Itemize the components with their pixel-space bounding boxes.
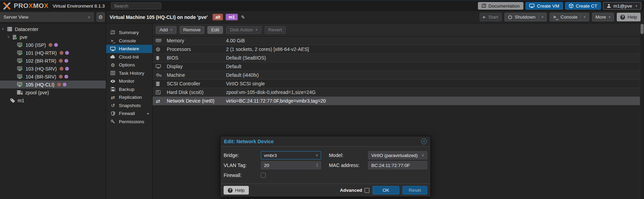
reset-button[interactable]: Reset (402, 186, 427, 195)
vertical-scrollbar[interactable] (640, 23, 644, 199)
create-vm-button[interactable]: Create VM (525, 2, 563, 10)
chevron-down-icon[interactable] (316, 154, 318, 157)
table-row-display[interactable]: Display Default (153, 62, 644, 71)
firewall-checkbox[interactable] (261, 173, 266, 178)
bridge-combo[interactable]: vmbr3 (261, 151, 321, 159)
tab-backup[interactable]: Backup (106, 85, 152, 94)
row-label: Processors (167, 46, 226, 52)
sidebar-item-zpool[interactable]: zpool (pve) (0, 88, 106, 96)
add-button[interactable]: Add (156, 26, 176, 34)
table-row-memory[interactable]: Memory 4.00 GiB (153, 36, 644, 45)
search-input[interactable] (111, 2, 161, 9)
bridge-value: vmbr3 (264, 153, 277, 158)
tag-dot-m1 (65, 67, 69, 71)
disk-action-button[interactable]: Disk Action (226, 26, 261, 34)
help-button[interactable]: Help (617, 13, 641, 21)
tab-summary[interactable]: Summary (106, 29, 152, 37)
model-label: Model: (329, 153, 368, 158)
edit-network-device-dialog: Edit: Network Device Bridge: vmbr3 Model… (220, 136, 431, 197)
tab-label: Permissions (119, 119, 144, 124)
sidebar-item-vm-100[interactable]: 100 (ISP) (0, 41, 106, 49)
mac-input[interactable]: BC:24:11:72:77:0F (368, 161, 427, 169)
dialog-header[interactable]: Edit: Network Device (221, 136, 430, 147)
chevron-down-icon[interactable] (422, 154, 424, 157)
brand-wordmark: PROXMOX (14, 2, 49, 10)
tab-label: Replication (119, 95, 142, 100)
sidebar-item-vm-105[interactable]: 105 (HQ-CLI) (0, 81, 106, 88)
ok-button[interactable]: OK (372, 186, 399, 195)
console-label: Console (561, 14, 578, 20)
my-settings-button[interactable] (96, 12, 105, 22)
vm-icon (17, 66, 23, 71)
sidebar-item-pve[interactable]: pve (0, 33, 106, 41)
model-combo[interactable]: VirtIO (paravirtualized) (368, 151, 427, 159)
scrollbar-thumb[interactable] (641, 24, 644, 34)
row-value: Default (SeaBIOS) (226, 55, 266, 61)
edit-tags-pencil-icon[interactable] (241, 15, 245, 20)
tab-label: Hardware (119, 46, 139, 51)
expander-icon[interactable] (7, 35, 12, 39)
table-row-scsi-controller[interactable]: SCSI Controller VirtIO SCSI single (153, 80, 644, 88)
model-value: VirtIO (paravirtualized) (371, 153, 418, 158)
edit-button[interactable]: Edit (207, 26, 223, 34)
dialog-footer: Help Advanced OK Reset (221, 184, 430, 197)
tree-item-label: m1 (18, 98, 24, 103)
table-row-network-device[interactable]: Network Device (net0) virtio=BC:24:11:72… (153, 97, 644, 105)
user-icon (607, 4, 611, 8)
close-icon[interactable] (421, 138, 427, 144)
tab-monitor[interactable]: Monitor (106, 77, 152, 85)
console-button[interactable]: Console (550, 13, 589, 21)
table-row-processors[interactable]: Processors 2 (1 sockets, 2 cores) [x86-6… (153, 45, 644, 54)
sidebar-item-vm-101[interactable]: 101 (HQ-RTR) (0, 49, 106, 57)
chevron-down-icon[interactable] (541, 15, 544, 19)
button-divider (580, 14, 581, 20)
vlan-label: VLAN Tag: (224, 163, 261, 168)
documentation-button[interactable]: Documentation (478, 2, 524, 10)
create-ct-button[interactable]: Create CT (565, 2, 601, 10)
tab-console[interactable]: Console (106, 37, 152, 45)
sidebar-item-datacenter[interactable]: Datacenter (0, 25, 106, 33)
user-menu-button[interactable]: m1@pve (603, 2, 641, 10)
vm-icon (17, 51, 23, 55)
tag-dot-alt (59, 75, 63, 78)
tab-hardware[interactable]: Hardware (106, 45, 152, 53)
tab-permissions[interactable]: Permissions (106, 118, 152, 126)
dialog-help-button[interactable]: Help (224, 186, 249, 195)
documentation-label: Documentation (489, 3, 520, 9)
table-row-machine[interactable]: Machine Default (i440fx) (153, 71, 644, 80)
chevron-down-icon[interactable] (583, 15, 586, 19)
view-selector[interactable]: Server View (0, 12, 94, 22)
expander-icon[interactable] (2, 28, 7, 31)
gear-icon (98, 14, 103, 20)
scsi-icon (156, 82, 167, 86)
vlan-value: 20 (264, 163, 269, 168)
more-button[interactable]: More (592, 13, 614, 21)
tab-options[interactable]: Options (106, 61, 152, 69)
row-label: BIOS (167, 55, 226, 61)
view-selector-value: Server View (3, 14, 29, 20)
tab-task-history[interactable]: Task History (106, 69, 152, 77)
revert-button[interactable]: Revert (265, 26, 286, 34)
tab-snapshots[interactable]: Snapshots (106, 102, 152, 110)
start-button[interactable]: Start (480, 13, 502, 21)
vlan-spinner[interactable]: 20 (261, 161, 321, 169)
tab-cloud-init[interactable]: Cloud-Init (106, 53, 152, 61)
datacenter-icon (7, 27, 12, 31)
replication-icon (110, 95, 116, 100)
help-label: Help (627, 14, 637, 20)
remove-label: Remove (183, 27, 201, 32)
sidebar-item-tag-m1[interactable]: m1 (0, 96, 106, 104)
machine-icon (156, 73, 167, 77)
table-row-hard-disk[interactable]: Hard Disk (scsi0) zpool:vm-105-disk-0,io… (153, 88, 644, 97)
shield-icon (110, 111, 116, 116)
sidebar-item-vm-103[interactable]: 103 (HQ-SRV) (0, 65, 106, 73)
table-row-bios[interactable]: BIOS Default (SeaBIOS) (153, 54, 644, 62)
tab-replication[interactable]: Replication (106, 93, 152, 102)
advanced-checkbox[interactable] (365, 188, 369, 193)
spinner-buttons[interactable] (316, 163, 318, 167)
tab-firewall[interactable]: Firewall (106, 109, 152, 118)
shutdown-button[interactable]: Shutdown (504, 13, 547, 21)
sidebar-item-vm-104[interactable]: 104 (BR-SRV) (0, 73, 106, 81)
remove-button[interactable]: Remove (180, 26, 204, 34)
sidebar-item-vm-102[interactable]: 102 (BR-RTR) (0, 57, 106, 65)
